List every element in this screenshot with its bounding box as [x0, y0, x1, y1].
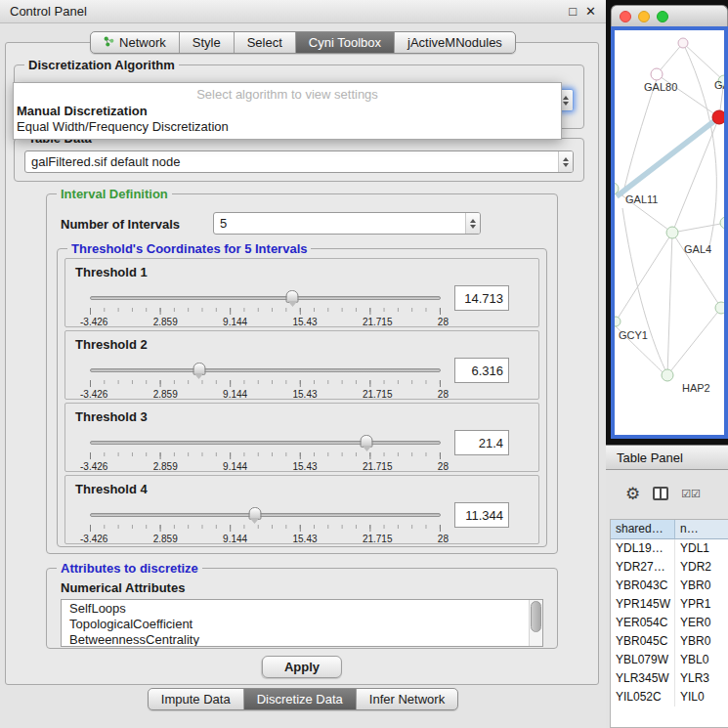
threshold-4-slider[interactable]: -3.426 2.859 9.144 15.43 21.715 28: [90, 503, 441, 544]
slider-track[interactable]: [90, 296, 441, 300]
threshold-4-panel: Threshold 4 -3.426 2.859 9.144 15.43 21.…: [64, 475, 539, 544]
table-row[interactable]: YER054C YER0: [611, 614, 728, 632]
network-window-titlebar[interactable]: [611, 5, 728, 26]
slider-thumb[interactable]: [286, 290, 299, 303]
node-gal4[interactable]: [666, 227, 678, 238]
dropdown-option-manual-discretization[interactable]: Manual Discretization: [14, 104, 561, 119]
slider-track[interactable]: [90, 368, 441, 372]
minimize-button[interactable]: [638, 11, 650, 22]
table-panel-body: ⚙ ☑☑ shared… n… YDL19… YDL1 YDR27… YDR2 …: [606, 470, 728, 728]
slider-track[interactable]: [90, 441, 441, 445]
node[interactable]: [715, 302, 724, 314]
table-cell[interactable]: YPR1: [675, 595, 728, 614]
table-cell[interactable]: YBL079W: [611, 651, 675, 669]
group-title: Interval Definition: [57, 187, 172, 201]
list-item[interactable]: TopologicalCoefficient: [62, 617, 542, 632]
table-cell[interactable]: YBR0: [675, 577, 728, 595]
slider-thumb[interactable]: [361, 435, 373, 448]
node-gal80[interactable]: [651, 68, 663, 80]
table-data-combobox[interactable]: galFiltered.sif default node: [24, 150, 574, 173]
group-title: Threshold's Coordinates for 5 Intervals: [67, 241, 311, 256]
table-cell[interactable]: YBR043C: [611, 577, 675, 595]
table-cell[interactable]: YER0: [675, 614, 728, 632]
close-icon[interactable]: ✕: [585, 4, 596, 19]
tab-jactivemnodules[interactable]: jActiveMNodules: [395, 32, 515, 53]
select-checkboxes-icon[interactable]: ☑☑: [681, 488, 701, 500]
columns-icon[interactable]: [653, 487, 668, 500]
table-cell[interactable]: YIL0: [675, 688, 728, 707]
group-title: Discretization Algorithm: [24, 58, 179, 72]
node-gcy1[interactable]: [615, 317, 621, 326]
threshold-2-value-field[interactable]: 6.316: [454, 358, 509, 383]
combobox-value: 5: [214, 216, 465, 231]
scrollbar-thumb[interactable]: [531, 601, 541, 632]
table-row[interactable]: YDR27… YDR2: [611, 558, 728, 577]
tab-label: Network: [119, 35, 166, 50]
float-window-icon[interactable]: □: [569, 4, 577, 19]
threshold-label: Threshold 3: [75, 409, 148, 424]
column-header-name[interactable]: n…: [675, 520, 728, 539]
tab-style[interactable]: Style: [180, 32, 235, 53]
gear-icon[interactable]: ⚙: [625, 486, 640, 502]
tab-infer-network[interactable]: Infer Network: [357, 689, 457, 709]
number-of-intervals-combobox[interactable]: 5: [213, 212, 481, 235]
apply-button[interactable]: Apply: [262, 656, 342, 678]
list-item[interactable]: BetweennessCentrality: [62, 632, 542, 647]
bottom-tab-strip: Impute Data Discretize Data Infer Networ…: [0, 688, 606, 710]
table-row[interactable]: YBL079W YBL0: [611, 651, 728, 669]
table-cell[interactable]: YIL052C: [611, 688, 675, 707]
network-canvas[interactable]: GAL80 GAL8 GAL11 GAL4 GCY1 HAP2: [611, 26, 728, 439]
node[interactable]: [678, 38, 688, 48]
table-cell[interactable]: YBR0: [675, 632, 728, 651]
slider-track[interactable]: [90, 513, 441, 517]
threshold-3-slider[interactable]: -3.426 2.859 9.144 15.43 21.715 28: [90, 431, 441, 472]
close-button[interactable]: [620, 11, 631, 22]
node[interactable]: [720, 217, 724, 229]
table-row[interactable]: YLR345W YLR3: [611, 669, 728, 688]
threshold-4-value-field[interactable]: 11.344: [454, 502, 509, 528]
list-scrollbar[interactable]: [529, 600, 542, 646]
table-cell[interactable]: YPR145W: [611, 595, 675, 614]
panel-title: Control Panel: [10, 4, 560, 19]
table-cell[interactable]: YDL19…: [611, 539, 675, 558]
threshold-1-slider[interactable]: -3.426 2.859 9.144 15.43 21.715 28: [90, 286, 441, 327]
threshold-1-value-field[interactable]: 14.713: [454, 285, 509, 311]
table-cell[interactable]: YDR27…: [611, 558, 675, 577]
table-cell[interactable]: YBL0: [675, 651, 728, 669]
tab-cyni-toolbox[interactable]: Cyni Toolbox: [296, 32, 395, 53]
node-hap2[interactable]: [662, 369, 673, 381]
table-cell[interactable]: YER054C: [611, 614, 675, 632]
table-cell[interactable]: YLR3: [675, 669, 728, 688]
slider-thumb[interactable]: [248, 507, 261, 520]
tab-select[interactable]: Select: [235, 32, 296, 53]
table-row[interactable]: YDL19… YDL1: [611, 539, 728, 558]
dropdown-option-equal-width-frequency[interactable]: Equal Width/Frequency Discretization: [14, 119, 561, 135]
tab-discretize-data[interactable]: Discretize Data: [244, 689, 357, 709]
stepper-icon: [558, 151, 573, 172]
combobox-value: galFiltered.sif default node: [25, 154, 558, 169]
table-row[interactable]: YIL052C YIL0: [611, 688, 728, 707]
table-row[interactable]: YBR045C YBR0: [611, 632, 728, 651]
threshold-1-panel: Threshold 1 -3.426 2.859 9.144 15.43 21.…: [64, 258, 539, 327]
table-cell[interactable]: YBR045C: [611, 632, 675, 651]
threshold-label: Threshold 4: [75, 482, 148, 496]
tab-impute-data[interactable]: Impute Data: [149, 689, 244, 709]
tab-network[interactable]: Network: [91, 32, 180, 53]
zoom-button[interactable]: [657, 11, 668, 22]
slider-ticks: [90, 380, 441, 387]
table-cell[interactable]: YDR2: [675, 558, 728, 577]
attributes-list[interactable]: SelfLoops TopologicalCoefficient Between…: [61, 599, 543, 647]
node-selected-red[interactable]: [712, 110, 724, 124]
table-row[interactable]: YPR145W YPR1: [611, 595, 728, 614]
table-cell[interactable]: YLR345W: [611, 669, 675, 688]
scale-tick-label: 15.43: [293, 389, 318, 400]
scale-tick-label: 9.144: [223, 534, 247, 544]
table-row[interactable]: YBR043C YBR0: [611, 577, 728, 595]
tab-label: Select: [247, 35, 282, 50]
threshold-2-slider[interactable]: -3.426 2.859 9.144 15.43 21.715 28: [90, 359, 441, 400]
threshold-3-value-field[interactable]: 21.4: [454, 430, 509, 455]
slider-thumb[interactable]: [193, 363, 205, 375]
table-cell[interactable]: YDL1: [675, 539, 728, 558]
list-item[interactable]: SelfLoops: [62, 601, 542, 617]
column-header-shared-name[interactable]: shared…: [611, 520, 675, 539]
